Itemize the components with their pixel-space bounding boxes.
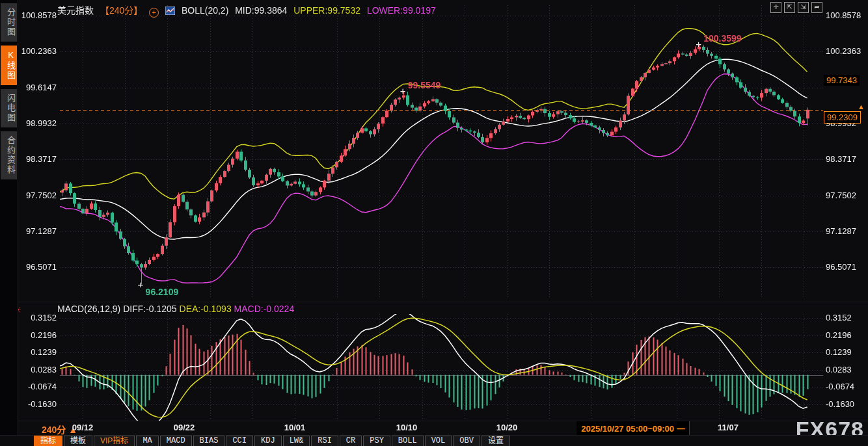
indicator-tab-VOL[interactable]: VOL <box>425 436 452 446</box>
price-annotation: 96.2109 <box>146 287 179 297</box>
sidebar-tab-3[interactable]: 合约资料 <box>1 131 17 179</box>
macd-axis-left-tick: -0.1630 <box>21 399 57 409</box>
indicator-tab-LW&[interactable]: LW& <box>283 436 310 446</box>
macd-axis-right-tick: -0.1630 <box>826 399 854 409</box>
exit-view-icon[interactable]: ➦ <box>811 2 822 13</box>
main-axis-left-tick: 97.7502 <box>21 190 57 200</box>
annotation-cross-icon: + <box>400 88 406 94</box>
indicator-tab-指标[interactable]: 指标 <box>34 436 62 446</box>
sidebar-tab-0[interactable]: 分时图 <box>1 3 17 42</box>
symbol-name: 美元指数 <box>57 5 94 16</box>
macd-axis-left-tick: -0.0674 <box>21 382 57 391</box>
macd-macd-value: MACD:-0.0224 <box>234 304 295 314</box>
axis-zoom-out-icon[interactable]: ⇲ <box>798 2 809 13</box>
main-axis-left-tick: 99.6147 <box>21 83 57 92</box>
last-price-label: 99.2309 <box>824 111 861 124</box>
macd-axis-left-tick: 0.0283 <box>21 365 57 374</box>
indicator-tab-OBV[interactable]: OBV <box>453 436 480 446</box>
annotation-cross-icon: + <box>696 41 701 47</box>
price-up-arrow-icon: ▲ <box>858 103 865 111</box>
boll-label: BOLL(20,2) <box>182 5 228 16</box>
main-axis-left-tick: 100.2363 <box>21 46 57 56</box>
macd-header: MACD(26,12,9) DIFF:-0.1205 DEA:-0.1093 M… <box>57 304 294 314</box>
indicator-tab-MA[interactable]: MA <box>136 436 158 446</box>
boll-upper-value: UPPER:99.7532 <box>293 5 360 16</box>
add-indicator-icon[interactable]: + <box>149 8 159 18</box>
boll-lower-value: LOWER:99.0197 <box>367 5 436 16</box>
macd-axis-right-tick: 0.2196 <box>826 330 852 340</box>
macd-axis-left-tick: 0.2196 <box>21 330 57 340</box>
indicator-tab-MACD[interactable]: MACD <box>160 436 192 446</box>
main-axis-right-tick: 97.1287 <box>826 226 856 236</box>
main-axis-left-tick: 98.3717 <box>21 154 57 164</box>
crosshair-tool-icon[interactable]: ✛ <box>770 2 781 13</box>
price-annotation: 100.3599 <box>703 33 741 44</box>
main-axis-left-tick: 96.5071 <box>21 262 57 272</box>
macd-axis-right-tick: 0.0283 <box>826 365 852 374</box>
boll-mid-value: MID:99.3864 <box>235 5 287 16</box>
indicator-tab-BOLL[interactable]: BOLL <box>392 436 424 446</box>
indicator-tab-PSY[interactable]: PSY <box>363 436 390 446</box>
indicator-toolbar: 指标模板VIP指标MAMACDBIASCCIKDJLW&RSICRPSYBOLL… <box>0 435 868 446</box>
pane-divider <box>18 302 868 302</box>
sidebar-tab-1[interactable]: K线图 <box>1 46 17 85</box>
main-axis-right-tick: 98.3717 <box>826 154 856 164</box>
macd-axis-left-tick: 0.3152 <box>21 313 57 322</box>
main-axis-left-tick: 100.8578 <box>21 10 57 20</box>
window-controls: ✛⇱⇲➦ <box>770 2 822 13</box>
candlestick-chart-canvas[interactable] <box>0 0 868 446</box>
indicator-tab-KDJ[interactable]: KDJ <box>254 436 282 446</box>
main-axis-right-tick: 100.8578 <box>826 10 861 20</box>
macd-axis-right-tick: 0.3152 <box>826 313 852 322</box>
macd-axis-right-tick: -0.0674 <box>826 382 854 391</box>
main-axis-left-tick: 98.9932 <box>21 118 57 128</box>
chart-type-sidebar: 分时图K线图闪电图合约资料 <box>0 0 18 446</box>
ask-price-label: 99.7343 <box>824 75 860 86</box>
x-axis-date-label: 10/20 <box>496 423 518 432</box>
indicator-tab-VIP指标[interactable]: VIP指标 <box>94 436 135 446</box>
indicator-tab-设置[interactable]: 设置 <box>481 436 510 446</box>
indicator-tab-模板[interactable]: 模板 <box>64 436 92 446</box>
indicator-tab-CR[interactable]: CR <box>340 436 362 446</box>
timeframe-label: 【240分】 <box>100 5 142 16</box>
axis-zoom-in-icon[interactable]: ⇱ <box>784 2 795 13</box>
main-axis-right-tick: 96.5071 <box>826 262 856 272</box>
main-axis-left-tick: 97.1287 <box>21 226 57 236</box>
main-axis-right-tick: 100.2363 <box>826 46 861 56</box>
main-axis-right-tick: 97.7502 <box>826 190 856 200</box>
macd-diff-value: DIFF:-0.1205 <box>123 304 176 314</box>
indicator-tab-CCI[interactable]: CCI <box>226 436 253 446</box>
x-axis-date-label: 09/12 <box>72 423 94 432</box>
x-axis-date-label: 11/07 <box>718 423 739 432</box>
x-axis-date-label: 10/10 <box>396 423 418 432</box>
indicator-tab-BIAS[interactable]: BIAS <box>193 436 225 446</box>
price-annotation: 99.5549 <box>408 80 441 90</box>
annotation-cross-icon: + <box>138 282 144 288</box>
x-axis-date-label: 10/01 <box>284 423 306 432</box>
chart-style-icon[interactable] <box>165 7 175 17</box>
chart-header: 美元指数 【240分】 + BOLL(20,2) MID:99.3864 UPP… <box>57 3 440 18</box>
sidebar-tab-2[interactable]: 闪电图 <box>1 89 17 127</box>
x-axis-date-label: 09/22 <box>174 423 195 432</box>
indicator-tab-RSI[interactable]: RSI <box>311 436 338 446</box>
macd-axis-left-tick: 0.1239 <box>21 347 57 357</box>
macd-title: MACD(26,12,9) <box>57 304 120 314</box>
crosshair-date-label: 2025/10/27 05:00~09:00 一 <box>576 421 689 435</box>
macd-dea-value: DEA:-0.1093 <box>180 304 232 314</box>
x-axis: 240分 ▲ 2025/10/27 05:00~09:00 一 09/1209/… <box>0 421 868 434</box>
trading-app-window: 分时图K线图闪电图合约资料 美元指数 【240分】 + BOLL(20,2) M… <box>0 0 868 446</box>
macd-axis-right-tick: 0.1239 <box>826 347 852 357</box>
